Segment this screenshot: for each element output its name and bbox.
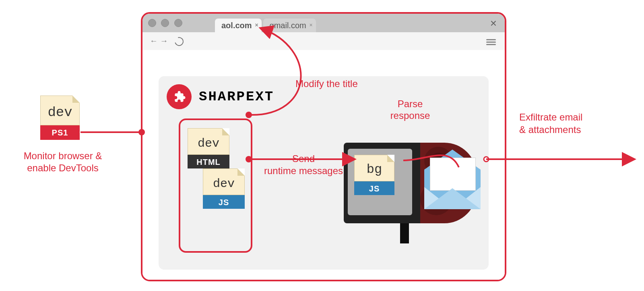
label-line-2: & attachments bbox=[519, 124, 581, 135]
envelope-front bbox=[424, 187, 481, 209]
tab-aol[interactable]: aol.com × bbox=[215, 19, 262, 32]
label-line-1: Send bbox=[292, 153, 315, 164]
label-line-2: runtime messages bbox=[264, 165, 343, 176]
extension-circle bbox=[167, 84, 192, 109]
file-label: dev bbox=[41, 105, 79, 120]
label-exfiltrate: Exfiltrate email & attachments bbox=[519, 111, 582, 136]
label-monitor-browser: Monitor browser & enable DevTools bbox=[10, 150, 115, 174]
label-send-runtime: Send runtime messages bbox=[259, 153, 348, 177]
ps1-file-icon: dev PS1 bbox=[40, 96, 80, 140]
diagram-stage: { "left_file": { "label": "dev", "band":… bbox=[0, 0, 644, 291]
label-parse-response: Parse response bbox=[370, 98, 450, 122]
file-band-js: JS bbox=[203, 195, 245, 209]
tab-label: aol.com bbox=[221, 21, 252, 30]
browser-toolbar: ← → bbox=[142, 32, 505, 50]
extension-name: SHARPEXT bbox=[199, 89, 274, 104]
tab-gmail[interactable]: gmail.com × bbox=[263, 19, 316, 32]
file-label: dev bbox=[203, 177, 244, 191]
file-label: dev bbox=[188, 137, 229, 150]
window-controls bbox=[148, 19, 186, 29]
puzzle-icon bbox=[172, 90, 186, 104]
hamburger-icon[interactable] bbox=[486, 38, 496, 46]
dev-html-file-icon: dev HTML bbox=[188, 128, 229, 168]
file-label: bg bbox=[355, 162, 394, 177]
dev-scripts-box: dev HTML dev JS bbox=[179, 118, 252, 253]
mailbox-icon: bg JS bbox=[344, 131, 481, 247]
envelope-letter bbox=[430, 158, 476, 191]
tab-label: gmail.com bbox=[270, 21, 306, 30]
reload-icon[interactable] bbox=[173, 35, 185, 48]
extension-badge: SHARPEXT bbox=[167, 84, 274, 109]
window-dot-icon bbox=[161, 19, 169, 27]
mailbox-post bbox=[400, 223, 409, 243]
dev-js-file-icon: dev JS bbox=[203, 168, 245, 209]
label-line-1: Parse bbox=[398, 98, 423, 109]
browser-window: aol.com × gmail.com × × ← → bbox=[141, 12, 506, 281]
label-line-2: response bbox=[390, 110, 430, 121]
nav-arrows-icon[interactable]: ← → bbox=[150, 36, 168, 46]
file-band-ps1: PS1 bbox=[40, 125, 80, 140]
file-body: dev bbox=[188, 128, 229, 155]
label-line-1: Exfiltrate email bbox=[519, 112, 582, 123]
file-body: bg bbox=[354, 155, 394, 181]
label-line-1: Monitor browser & bbox=[24, 150, 102, 161]
label-modify-title: Modify the title bbox=[295, 78, 358, 89]
window-dot-icon bbox=[148, 19, 156, 27]
label-line-2: enable DevTools bbox=[27, 162, 98, 173]
bg-js-file-icon: bg JS bbox=[354, 155, 394, 195]
window-dot-icon bbox=[174, 19, 182, 27]
browser-titlebar: aol.com × gmail.com × × bbox=[142, 14, 505, 32]
tab-strip: aol.com × gmail.com × bbox=[215, 14, 318, 32]
file-band-html: HTML bbox=[188, 155, 229, 168]
close-tab-icon[interactable]: × bbox=[310, 22, 313, 28]
file-band-js: JS bbox=[354, 181, 394, 195]
browser-page: SHARPEXT dev HTML dev JS Modify the titl… bbox=[142, 50, 505, 280]
envelope-icon bbox=[424, 169, 481, 209]
file-body: dev bbox=[40, 96, 80, 125]
close-tab-icon[interactable]: × bbox=[255, 22, 258, 28]
close-window-icon[interactable]: × bbox=[490, 17, 497, 30]
file-body: dev bbox=[203, 168, 245, 195]
